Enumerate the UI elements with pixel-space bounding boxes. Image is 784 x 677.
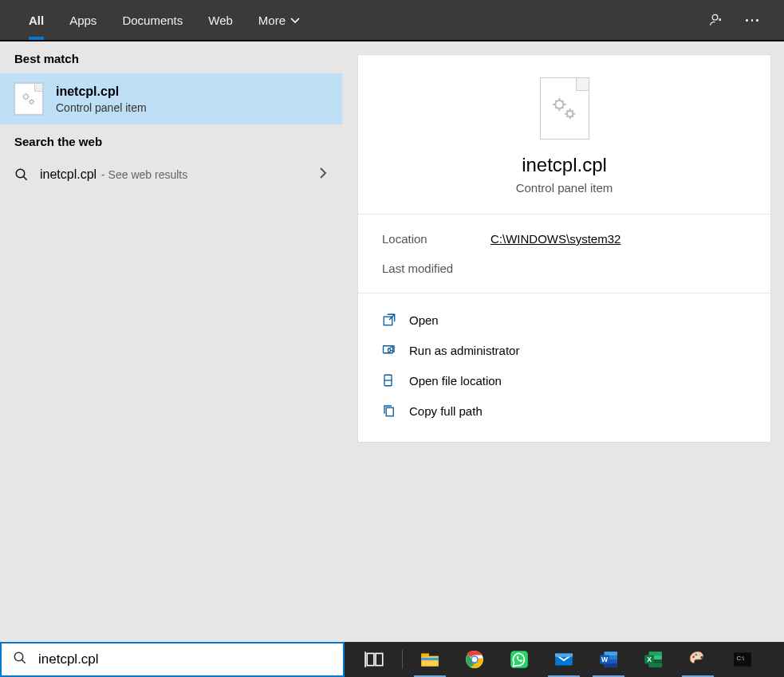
svg-rect-17 [421,653,429,656]
svg-line-12 [22,659,26,663]
gears-icon [20,90,37,108]
taskbar: W X C:\ [345,642,784,677]
results-list: Best match inetcpl.cpl Control panel ite… [0,41,345,642]
taskbar-task-view[interactable] [353,642,397,677]
gears-icon [549,92,581,124]
preview-file-icon [540,77,589,140]
options-ellipsis-icon[interactable] [744,12,760,28]
svg-point-11 [14,652,23,661]
open-icon [382,313,396,327]
svg-text:X: X [647,655,652,663]
tab-documents-label: Documents [122,14,183,27]
svg-rect-16 [421,656,439,667]
last-modified-label: Last modified [382,262,490,275]
location-label: Location [382,232,490,246]
search-web-header: Search the web [0,124,342,156]
taskbar-separator [402,650,403,669]
detail-row-location: Location C:\WINDOWS\system32 [382,232,747,246]
tab-more-label: More [258,14,286,27]
location-value[interactable]: C:\WINDOWS\system32 [490,232,621,246]
web-result-item[interactable]: inetcpl.cpl - See web results [0,156,342,192]
detail-row-last-modified: Last modified [382,262,747,275]
tab-more[interactable]: More [246,0,313,40]
search-icon [14,167,29,182]
svg-rect-14 [376,653,383,665]
paint-icon [687,649,708,670]
control-panel-file-icon [14,83,43,115]
action-open[interactable]: Open [382,305,747,335]
svg-rect-10 [386,407,393,416]
task-view-icon [364,649,385,670]
svg-rect-29 [605,663,617,667]
best-match-header: Best match [0,41,342,73]
tab-all-label: All [29,14,44,27]
tab-web[interactable]: Web [195,0,246,40]
chevron-right-icon [318,166,328,183]
svg-point-21 [472,657,478,663]
chrome-icon [464,649,485,670]
taskbar-file-explorer[interactable] [408,642,452,677]
word-icon: W [598,649,619,670]
svg-rect-13 [367,653,374,665]
search-scope-tabs: All Apps Documents Web More [0,0,784,41]
web-result-suffix: - See web results [98,168,187,181]
action-open-location[interactable]: Open file location [382,365,747,396]
preview-pane: inetcpl.cpl Control panel item Location … [345,41,784,642]
taskbar-whatsapp[interactable] [497,642,542,677]
shield-icon [382,343,396,357]
bottom-bar: W X C:\ [0,642,784,677]
taskbar-paint[interactable] [676,642,720,677]
best-match-item[interactable]: inetcpl.cpl Control panel item [0,73,342,124]
svg-text:W: W [601,655,609,663]
feedback-icon[interactable] [709,12,725,28]
svg-rect-24 [555,653,573,656]
svg-line-4 [23,176,27,180]
svg-point-3 [16,169,25,178]
taskbar-excel[interactable]: X [631,642,676,677]
search-icon [13,651,27,668]
mail-icon [554,649,574,670]
action-copy-path-label: Copy full path [409,404,483,418]
tab-all[interactable]: All [16,0,57,40]
preview-subtitle: Control panel item [516,181,613,195]
web-result-term: inetcpl.cpl [40,167,97,181]
search-main-area: Best match inetcpl.cpl Control panel ite… [0,41,784,642]
svg-point-40 [695,654,697,656]
copy-icon [382,403,396,418]
file-explorer-icon [420,649,440,670]
best-match-subtitle: Control panel item [56,101,147,114]
excel-icon: X [643,649,664,670]
tab-apps-label: Apps [69,14,97,27]
action-open-label: Open [409,313,439,327]
terminal-icon: C:\ [732,649,753,670]
svg-rect-18 [421,658,439,660]
svg-point-39 [692,655,695,658]
action-copy-path[interactable]: Copy full path [382,396,747,426]
svg-point-42 [700,656,703,659]
search-input[interactable] [38,651,332,667]
search-box[interactable] [0,642,345,677]
preview-card: inetcpl.cpl Control panel item Location … [357,54,771,443]
windows-search-panel: All Apps Documents Web More [0,0,784,677]
action-run-admin[interactable]: Run as administrator [382,335,747,365]
action-run-admin-label: Run as administrator [409,344,519,357]
best-match-title: inetcpl.cpl [56,85,147,99]
tab-web-label: Web [208,14,233,27]
preview-actions: Open Run as administrator Open file loca… [358,293,770,442]
folder-icon [382,373,396,388]
whatsapp-icon [509,649,530,670]
action-open-location-label: Open file location [409,374,502,388]
chevron-down-icon [290,14,300,27]
svg-point-0 [712,14,718,20]
svg-text:C:\: C:\ [736,655,745,662]
tab-apps[interactable]: Apps [57,0,109,40]
tab-documents[interactable]: Documents [109,0,195,40]
svg-rect-36 [649,663,662,667]
taskbar-mail[interactable] [542,642,586,677]
preview-title: inetcpl.cpl [522,154,607,176]
taskbar-chrome[interactable] [452,642,497,677]
taskbar-word[interactable]: W [586,642,631,677]
taskbar-terminal[interactable]: C:\ [720,642,765,677]
svg-point-41 [699,654,701,656]
